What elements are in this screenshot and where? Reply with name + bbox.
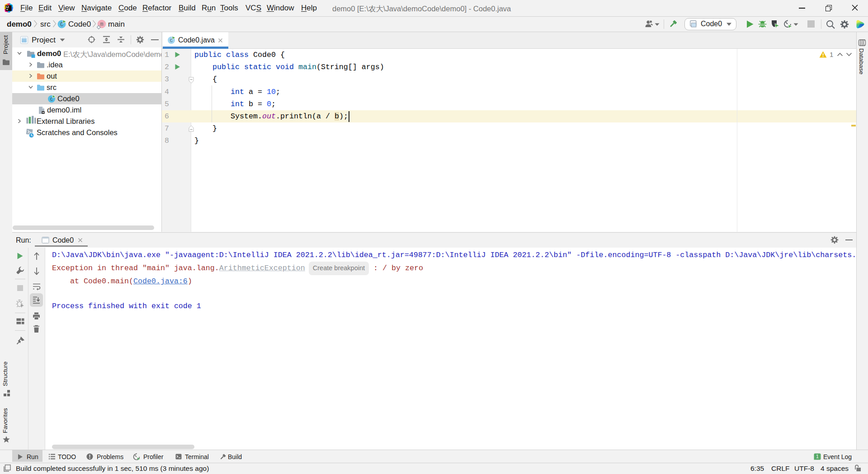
svg-text:m: m <box>100 21 103 28</box>
svg-text:1: 1 <box>816 454 819 459</box>
svg-text:IJ: IJ <box>6 5 9 9</box>
